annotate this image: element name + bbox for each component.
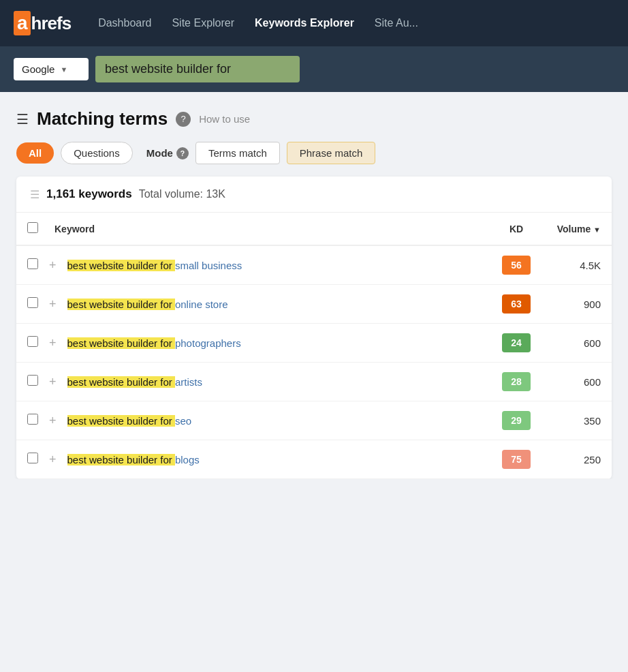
table-row: + best website builder for seo 29 350 bbox=[16, 401, 612, 440]
table-summary: ☰ 1,161 keywords Total volume: 13K bbox=[16, 177, 612, 213]
row-checkbox-cell[interactable] bbox=[16, 401, 44, 440]
add-keyword-button[interactable]: + bbox=[44, 363, 62, 401]
keyword-base: best website builder for bbox=[67, 337, 175, 349]
row-checkbox[interactable] bbox=[27, 453, 38, 463]
table-row: + best website builder for photographers… bbox=[16, 324, 612, 363]
nav-dashboard[interactable]: Dashboard bbox=[98, 17, 151, 29]
search-bar: Google ▼ best website builder for bbox=[0, 46, 628, 92]
keyword-cell: best website builder for artists bbox=[62, 363, 489, 401]
chevron-down-icon: ▼ bbox=[60, 65, 80, 74]
row-checkbox-cell[interactable] bbox=[16, 285, 44, 324]
table-row: + best website builder for artists 28 60… bbox=[16, 363, 612, 401]
volume-cell: 350 bbox=[544, 401, 612, 440]
nav-site-explorer[interactable]: Site Explorer bbox=[172, 17, 234, 29]
page-header: ☰ Matching terms ? How to use bbox=[16, 108, 612, 129]
mode-help-icon[interactable]: ? bbox=[176, 147, 189, 159]
volume-cell: 4.5K bbox=[544, 245, 612, 285]
row-checkbox[interactable] bbox=[27, 336, 38, 347]
keyword-cell: best website builder for seo bbox=[62, 401, 489, 440]
total-volume: Total volume: 13K bbox=[139, 188, 225, 200]
kd-cell: 29 bbox=[489, 401, 544, 440]
kd-badge: 24 bbox=[502, 333, 531, 352]
keyword-base: best website builder for bbox=[67, 299, 175, 310]
table-row: + best website builder for small busines… bbox=[16, 245, 612, 285]
add-keyword-button[interactable]: + bbox=[44, 401, 62, 440]
page-content: ☰ Matching terms ? How to use All Questi… bbox=[0, 92, 628, 479]
row-checkbox[interactable] bbox=[27, 258, 38, 269]
row-checkbox[interactable] bbox=[27, 414, 38, 425]
terms-match-button[interactable]: Terms match bbox=[195, 142, 280, 164]
row-checkbox-cell[interactable] bbox=[16, 440, 44, 479]
keyword-tail[interactable]: small business bbox=[175, 260, 242, 271]
page-title: Matching terms bbox=[37, 108, 168, 129]
keyword-cell: best website builder for small business bbox=[62, 245, 489, 285]
logo-a: a bbox=[14, 11, 31, 35]
row-checkbox[interactable] bbox=[27, 375, 38, 386]
all-filter-button[interactable]: All bbox=[16, 142, 54, 164]
keyword-base: best website builder for bbox=[67, 454, 175, 465]
add-keyword-button[interactable]: + bbox=[44, 324, 62, 363]
keyword-cell: best website builder for online store bbox=[62, 285, 489, 324]
select-all-checkbox-cell[interactable] bbox=[16, 213, 44, 245]
row-checkbox-cell[interactable] bbox=[16, 245, 44, 285]
phrase-match-button[interactable]: Phrase match bbox=[287, 142, 376, 164]
volume-cell: 600 bbox=[544, 363, 612, 401]
kd-badge: 75 bbox=[502, 450, 531, 469]
keywords-count: 1,161 keywords bbox=[46, 187, 132, 201]
keywords-table-card: ☰ 1,161 keywords Total volume: 13K Keywo… bbox=[16, 177, 612, 479]
volume-cell: 250 bbox=[544, 440, 612, 479]
row-checkbox[interactable] bbox=[27, 297, 38, 308]
logo[interactable]: a hrefs bbox=[14, 11, 71, 35]
navbar: a hrefs Dashboard Site Explorer Keywords… bbox=[0, 0, 628, 46]
kd-badge: 56 bbox=[502, 256, 531, 275]
help-icon[interactable]: ? bbox=[176, 112, 191, 127]
keyword-cell: best website builder for blogs bbox=[62, 440, 489, 479]
add-keyword-button[interactable]: + bbox=[44, 440, 62, 479]
search-engine-label: Google bbox=[22, 63, 54, 75]
kd-cell: 24 bbox=[489, 324, 544, 363]
logo-hrefs: hrefs bbox=[31, 13, 72, 34]
keyword-col-header: Keyword bbox=[44, 213, 489, 245]
table-row: + best website builder for online store … bbox=[16, 285, 612, 324]
kd-badge: 63 bbox=[502, 294, 531, 314]
mode-label: Mode ? bbox=[146, 147, 189, 159]
add-keyword-button[interactable]: + bbox=[44, 245, 62, 285]
kd-cell: 75 bbox=[489, 440, 544, 479]
sidebar-toggle-icon[interactable]: ☰ bbox=[16, 111, 29, 127]
volume-cell: 600 bbox=[544, 324, 612, 363]
summary-menu-icon: ☰ bbox=[30, 188, 40, 201]
search-query-display[interactable]: best website builder for bbox=[95, 56, 300, 82]
add-keyword-button[interactable]: + bbox=[44, 285, 62, 324]
how-to-use-link[interactable]: How to use bbox=[199, 113, 250, 125]
kd-badge: 28 bbox=[502, 372, 531, 391]
nav-site-audit[interactable]: Site Au... bbox=[375, 17, 418, 29]
nav-keywords-explorer[interactable]: Keywords Explorer bbox=[255, 17, 354, 29]
keyword-tail[interactable]: photographers bbox=[175, 337, 241, 349]
questions-filter-button[interactable]: Questions bbox=[61, 142, 133, 164]
kd-cell: 28 bbox=[489, 363, 544, 401]
row-checkbox-cell[interactable] bbox=[16, 363, 44, 401]
keyword-base: best website builder for bbox=[67, 415, 175, 427]
volume-col-header: Volume ▼ bbox=[544, 213, 612, 245]
kd-cell: 63 bbox=[489, 285, 544, 324]
keyword-tail[interactable]: blogs bbox=[175, 454, 200, 465]
table-row: + best website builder for blogs 75 250 bbox=[16, 440, 612, 479]
keyword-base: best website builder for bbox=[67, 376, 175, 388]
keywords-table: Keyword KD Volume ▼ + best website build… bbox=[16, 213, 612, 479]
keyword-tail[interactable]: online store bbox=[175, 299, 228, 310]
row-checkbox-cell[interactable] bbox=[16, 324, 44, 363]
keyword-cell: best website builder for photographers bbox=[62, 324, 489, 363]
filter-row: All Questions Mode ? Terms match Phrase … bbox=[16, 142, 612, 164]
keyword-tail[interactable]: artists bbox=[175, 376, 202, 388]
keyword-tail[interactable]: seo bbox=[175, 415, 191, 427]
kd-badge: 29 bbox=[502, 411, 531, 430]
kd-cell: 56 bbox=[489, 245, 544, 285]
volume-cell: 900 bbox=[544, 285, 612, 324]
sort-desc-icon: ▼ bbox=[593, 226, 601, 234]
select-all-checkbox[interactable] bbox=[27, 222, 38, 233]
keyword-base: best website builder for bbox=[67, 260, 175, 271]
search-engine-dropdown[interactable]: Google ▼ bbox=[14, 58, 89, 80]
kd-col-header: KD bbox=[489, 213, 544, 245]
table-header-row: Keyword KD Volume ▼ bbox=[16, 213, 612, 245]
